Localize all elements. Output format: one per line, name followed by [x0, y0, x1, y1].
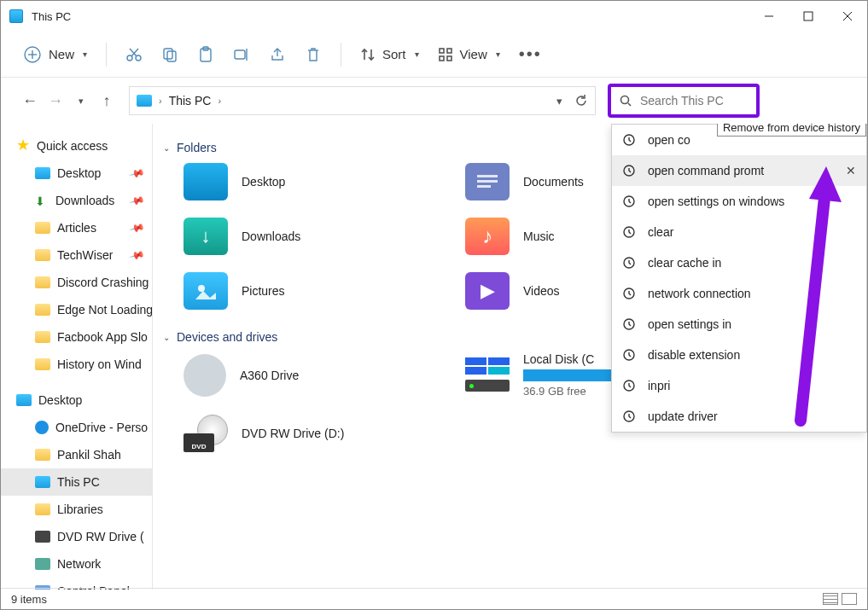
- search-suggestion-item[interactable]: open command promt✕: [612, 155, 866, 186]
- folder-downloads[interactable]: ↓Downloads: [184, 218, 465, 255]
- copy-button[interactable]: [154, 41, 185, 68]
- sidebar-item[interactable]: Network: [1, 550, 152, 578]
- sort-label: Sort: [382, 47, 406, 61]
- folder-icon: [35, 503, 50, 515]
- sort-icon: [360, 47, 376, 62]
- toolbar: New ▾ Sort ▾ View ▾ •••: [1, 32, 867, 78]
- svg-rect-15: [235, 50, 245, 59]
- sidebar-item-label: OneDrive - Perso: [55, 421, 148, 434]
- svg-line-22: [628, 103, 631, 106]
- history-icon: [622, 287, 638, 300]
- back-button[interactable]: ←: [20, 92, 40, 110]
- search-suggestion-item[interactable]: disable extension: [612, 340, 866, 370]
- svg-rect-20: [447, 56, 451, 61]
- sidebar-item[interactable]: Articles📌: [1, 214, 152, 241]
- title-bar: This PC: [1, 1, 867, 32]
- status-item-count: 9 items: [11, 593, 47, 606]
- maximize-button[interactable]: [789, 1, 828, 32]
- sidebar-item-label: Libraries: [57, 503, 103, 516]
- pin-icon: 📌: [129, 247, 146, 264]
- search-suggestion-item[interactable]: open settings in: [612, 309, 866, 340]
- blue-icon: [35, 476, 50, 488]
- chevron-right-icon: ›: [218, 96, 221, 106]
- recent-locations-button[interactable]: ▾: [71, 96, 91, 107]
- scissors-icon: [125, 46, 143, 63]
- folder-icon: [35, 358, 50, 370]
- folder-desktop[interactable]: Desktop: [184, 163, 465, 200]
- rename-button[interactable]: [226, 41, 257, 68]
- rename-icon: [233, 46, 250, 63]
- sidebar-item[interactable]: History on Wind: [1, 351, 152, 378]
- share-button[interactable]: [262, 41, 293, 68]
- up-button[interactable]: ↑: [96, 92, 117, 110]
- svg-rect-24: [477, 180, 498, 183]
- search-box[interactable]: [608, 84, 760, 118]
- tile-label: Documents: [523, 175, 584, 189]
- dvd-icon: [35, 531, 50, 543]
- minimize-button[interactable]: [749, 1, 789, 32]
- details-view-button[interactable]: [823, 593, 838, 605]
- tile-label: A360 Drive: [240, 369, 299, 382]
- chevron-down-icon: ⌄: [163, 333, 170, 342]
- paste-button[interactable]: [190, 41, 221, 68]
- sidebar-item[interactable]: Libraries: [1, 496, 152, 523]
- sidebar-item[interactable]: OneDrive - Perso: [1, 414, 152, 441]
- search-suggestion-item[interactable]: clear: [612, 217, 866, 247]
- drive-dvd[interactable]: DVD DVD RW Drive (D:): [184, 415, 465, 452]
- sidebar-item[interactable]: Desktop📌: [1, 160, 152, 187]
- suggestion-text: clear cache in: [648, 256, 721, 270]
- sidebar-item[interactable]: TechWiser📌: [1, 241, 152, 269]
- suggestion-text: network connection: [648, 287, 751, 300]
- sidebar-item[interactable]: DVD RW Drive (: [1, 523, 152, 550]
- window-title: This PC: [32, 10, 71, 23]
- new-button[interactable]: New ▾: [16, 40, 94, 69]
- suggestion-text: open settings on windows: [648, 195, 784, 208]
- drive-a360[interactable]: A360 Drive: [184, 352, 465, 398]
- sort-button[interactable]: Sort ▾: [353, 42, 426, 67]
- folder-icon: [35, 449, 50, 461]
- folder-icon: [35, 222, 50, 234]
- cut-button[interactable]: [119, 41, 149, 68]
- thumbnails-view-button[interactable]: [842, 593, 857, 605]
- folder-pictures[interactable]: Pictures: [184, 272, 465, 310]
- remove-history-tooltip: Remove from device history: [717, 124, 866, 137]
- folder-icon: [35, 167, 50, 179]
- search-input[interactable]: [640, 94, 748, 107]
- svg-rect-23: [477, 175, 498, 177]
- more-button[interactable]: •••: [512, 39, 549, 69]
- address-bar[interactable]: › This PC › ▾: [129, 86, 596, 115]
- remove-suggestion-button[interactable]: ✕: [846, 164, 856, 177]
- search-suggestion-item[interactable]: clear cache in: [612, 247, 866, 278]
- sidebar-item[interactable]: Facbook App Slo: [1, 323, 152, 351]
- refresh-button[interactable]: [574, 94, 588, 107]
- sidebar-item[interactable]: Discord Crashing: [1, 269, 152, 296]
- sidebar-item-label: Pankil Shah: [57, 448, 121, 462]
- dvd-drive-icon: DVD: [184, 415, 228, 452]
- sidebar-item[interactable]: Pankil Shah: [1, 441, 152, 468]
- sidebar-item[interactable]: Edge Not Loading: [1, 296, 152, 323]
- pictures-folder-icon: [184, 272, 228, 310]
- close-button[interactable]: [828, 1, 867, 32]
- view-button[interactable]: View ▾: [431, 42, 507, 67]
- delete-button[interactable]: [298, 41, 329, 68]
- history-icon: [622, 256, 638, 270]
- sidebar-item[interactable]: This PC: [1, 468, 152, 496]
- sidebar-quick-access[interactable]: ★ Quick access: [1, 132, 152, 160]
- search-suggestion-item[interactable]: network connection: [612, 278, 866, 309]
- search-suggestion-item[interactable]: update driver: [612, 401, 866, 432]
- pin-icon: 📌: [129, 219, 146, 236]
- sidebar-item-label: History on Wind: [57, 357, 142, 371]
- tile-label: DVD RW Drive (D:): [242, 427, 344, 440]
- suggestion-text: clear: [648, 225, 673, 239]
- forward-button[interactable]: →: [45, 92, 66, 110]
- local-disk-icon: [465, 357, 510, 393]
- sidebar-item-label: Edge Not Loading: [57, 303, 152, 317]
- search-suggestion-item[interactable]: open settings on windows: [612, 186, 866, 217]
- sidebar-desktop[interactable]: Desktop: [1, 386, 152, 414]
- address-segment[interactable]: This PC: [169, 94, 212, 107]
- downloads-folder-icon: ↓: [184, 218, 228, 255]
- address-dropdown-button[interactable]: ▾: [556, 95, 562, 107]
- search-suggestion-item[interactable]: inpri: [612, 370, 866, 401]
- sidebar-item[interactable]: ⬇Downloads📌: [1, 187, 152, 214]
- svg-rect-11: [164, 49, 172, 59]
